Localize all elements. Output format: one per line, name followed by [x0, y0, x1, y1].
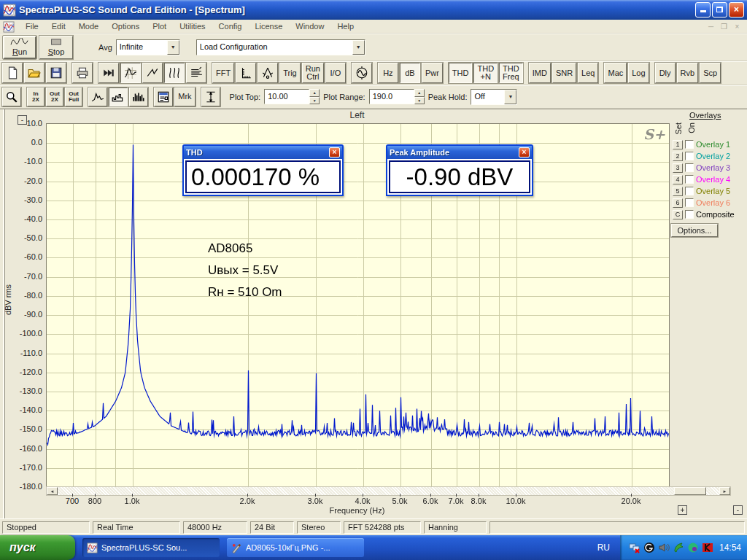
- menu-options[interactable]: Options: [105, 20, 146, 32]
- overlay-set-button-5[interactable]: 5: [673, 187, 683, 196]
- overlay-on-checkbox-3[interactable]: [685, 163, 694, 172]
- load-configuration-select[interactable]: Load Configuration ▼: [196, 39, 365, 55]
- units-hz-button[interactable]: Hz: [378, 63, 398, 83]
- scaling-icon-button[interactable]: [236, 63, 256, 83]
- mdi-minimize-icon[interactable]: ─: [705, 23, 716, 31]
- taskbar-task[interactable]: SpectraPLUS-SC Sou...: [82, 538, 220, 557]
- thd-window-titlebar[interactable]: THD ×: [184, 146, 342, 159]
- units-db-button[interactable]: dB: [400, 63, 420, 83]
- open-file-icon-button[interactable]: [24, 63, 44, 83]
- media-player-icon[interactable]: [643, 542, 655, 553]
- scrollbar-thumb[interactable]: [674, 487, 706, 495]
- menu-edit[interactable]: Edit: [45, 20, 72, 32]
- minimize-button[interactable]: [695, 2, 711, 18]
- overlay-set-button-1[interactable]: 1: [673, 140, 683, 149]
- menu-utilities[interactable]: Utilities: [173, 20, 212, 32]
- run-control-button[interactable]: Run Ctrl: [302, 63, 324, 83]
- time-series-view-icon-button[interactable]: [142, 63, 163, 83]
- snr-button[interactable]: SNR: [552, 63, 576, 83]
- chevron-down-icon[interactable]: ▼: [352, 40, 365, 55]
- menu-help[interactable]: Help: [330, 20, 360, 32]
- overlay-set-button-4[interactable]: 4: [673, 175, 683, 184]
- menu-license[interactable]: License: [248, 20, 289, 32]
- menu-config[interactable]: Config: [212, 20, 249, 32]
- overlay-set-button-3[interactable]: 3: [673, 163, 683, 173]
- zoom-in-2x-button[interactable]: In 2X: [27, 88, 44, 106]
- stop-button[interactable]: Stop: [39, 36, 73, 59]
- close-icon[interactable]: ×: [519, 147, 530, 158]
- fast-forward-icon-button[interactable]: [98, 63, 119, 83]
- overlay-on-checkbox-2[interactable]: [685, 152, 694, 160]
- thd-button[interactable]: THD: [449, 63, 473, 83]
- overlay-on-checkbox-1[interactable]: [685, 140, 694, 149]
- thd-freq-button[interactable]: THD Freq: [499, 63, 523, 83]
- new-document-icon-button[interactable]: [2, 63, 23, 83]
- overlay-on-checkbox-C[interactable]: [685, 210, 694, 219]
- volume-icon[interactable]: [658, 542, 670, 553]
- peak-pick-icon-button[interactable]: [258, 63, 278, 83]
- triggering-button[interactable]: Trig: [279, 63, 301, 83]
- scope-button[interactable]: Scp: [700, 63, 721, 83]
- taskbar-task[interactable]: AD8065-10кГц.PNG -...: [227, 538, 364, 557]
- network-offline-icon[interactable]: [629, 542, 640, 553]
- mdi-restore-icon[interactable]: ❐: [719, 23, 729, 31]
- delay-button[interactable]: Dly: [655, 63, 676, 83]
- plot-horizontal-scrollbar[interactable]: ◄ ►: [46, 486, 731, 496]
- bar-plot-style-icon-button[interactable]: [109, 88, 128, 106]
- line-plot-style-icon-button[interactable]: [88, 88, 107, 106]
- zoom-in-button[interactable]: +: [678, 505, 687, 515]
- avg-select[interactable]: Infinite ▼: [116, 39, 180, 55]
- leq-button[interactable]: Leq: [578, 63, 598, 83]
- restore-button[interactable]: [712, 2, 727, 18]
- plot-top-input-spinner[interactable]: ▲▼: [309, 89, 320, 104]
- scroll-right-icon[interactable]: ►: [719, 487, 730, 495]
- waterfall-view-icon-button[interactable]: [164, 63, 185, 83]
- overlay-set-button-C[interactable]: C: [673, 210, 683, 219]
- reverb-button[interactable]: Rvb: [677, 63, 699, 83]
- io-device-button[interactable]: I/O: [325, 63, 346, 83]
- signal-generator-icon-button[interactable]: [352, 63, 372, 83]
- download-manager-icon[interactable]: [673, 542, 684, 553]
- fft-settings-button[interactable]: FFT: [212, 63, 234, 83]
- scroll-left-icon[interactable]: ◄: [47, 487, 58, 495]
- amplitude-range-icon-button[interactable]: [201, 88, 220, 106]
- zoom-out-button[interactable]: -: [733, 505, 743, 515]
- peak-amplitude-window[interactable]: Peak Amplitude × -0.90 dBV: [386, 144, 533, 196]
- menu-file[interactable]: File: [19, 20, 45, 32]
- macro-button[interactable]: Mac: [604, 63, 627, 83]
- menu-plot[interactable]: Plot: [146, 20, 173, 32]
- plot-top-input[interactable]: 10.00: [264, 89, 309, 104]
- plot-range-input[interactable]: 190.0: [369, 89, 414, 104]
- spectrogram-view-icon-button[interactable]: [186, 63, 206, 83]
- close-button[interactable]: ×: [729, 2, 744, 18]
- overlay-on-checkbox-6[interactable]: [685, 198, 694, 207]
- status-dot-icon[interactable]: [687, 542, 699, 553]
- save-file-icon-button[interactable]: [46, 63, 66, 83]
- spectrum-plot-canvas[interactable]: [46, 123, 670, 488]
- menu-window[interactable]: Window: [289, 20, 330, 32]
- overlay-on-checkbox-5[interactable]: [685, 187, 694, 195]
- units-pwr-button[interactable]: Pwr: [422, 63, 443, 83]
- chevron-down-icon[interactable]: ▼: [167, 40, 179, 55]
- start-button[interactable]: пуск: [0, 535, 75, 560]
- thd-readout-window[interactable]: THD × 0.000170 %: [182, 144, 344, 196]
- zoom-out-2x-button[interactable]: Out 2X: [46, 88, 63, 106]
- peak-hold-select[interactable]: Off▼: [471, 89, 517, 105]
- zoom-out-full-button[interactable]: Out Full: [65, 88, 82, 106]
- chevron-down-icon[interactable]: ▼: [504, 90, 516, 104]
- mdi-close-icon[interactable]: ×: [732, 23, 743, 31]
- fill-plot-style-icon-button[interactable]: [129, 88, 148, 106]
- run-button[interactable]: Run: [3, 36, 36, 59]
- menu-mode[interactable]: Mode: [72, 20, 106, 32]
- thd-plus-n-button[interactable]: THD +N: [473, 63, 498, 83]
- overlay-options-button[interactable]: Options...: [671, 224, 718, 237]
- zoom-icon-button[interactable]: [2, 88, 21, 106]
- spectrum-view-icon-button[interactable]: [120, 63, 141, 83]
- plot-range-input-spinner[interactable]: ▲▼: [414, 89, 425, 104]
- peak-window-titlebar[interactable]: Peak Amplitude ×: [387, 146, 532, 159]
- overlay-set-button-6[interactable]: 6: [673, 198, 683, 208]
- language-indicator[interactable]: RU: [597, 542, 610, 553]
- markers-button[interactable]: Mrk: [174, 88, 195, 106]
- kaspersky-icon[interactable]: [702, 542, 713, 553]
- overlay-set-button-2[interactable]: 2: [673, 152, 683, 161]
